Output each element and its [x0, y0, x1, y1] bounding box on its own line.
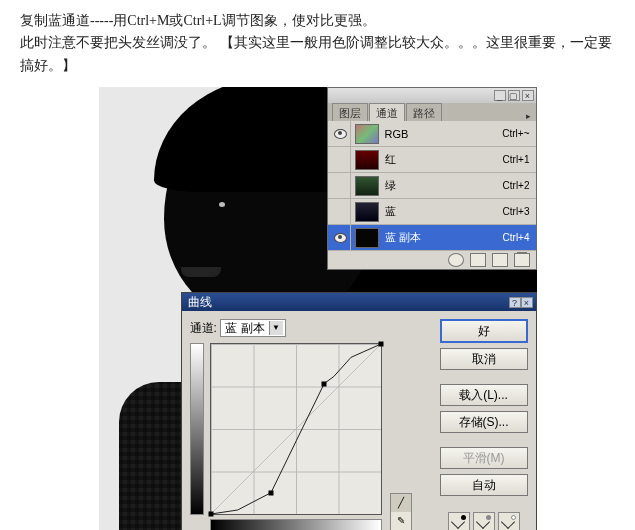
delete-channel-icon[interactable]	[514, 253, 530, 267]
channel-name: 红	[385, 152, 503, 167]
curves-close-icon[interactable]: ×	[521, 297, 533, 308]
cancel-button[interactable]: 取消	[440, 348, 528, 370]
visibility-toggle[interactable]	[332, 173, 351, 198]
channel-name: 绿	[385, 178, 503, 193]
minimize-icon[interactable]: _	[494, 90, 506, 101]
svg-line-0	[211, 344, 381, 514]
channel-thumb	[355, 150, 379, 170]
curves-channel-select[interactable]: 蓝 副本 ▼	[220, 319, 285, 337]
channel-thumb	[355, 228, 379, 248]
eyedropper-group	[440, 512, 528, 530]
visibility-toggle[interactable]	[332, 147, 351, 172]
channel-thumb	[355, 124, 379, 144]
load-channel-as-selection-icon[interactable]	[448, 253, 464, 267]
channel-row[interactable]: 红Ctrl+1	[328, 147, 536, 173]
curve-line	[211, 344, 381, 514]
channel-row[interactable]: 绿Ctrl+2	[328, 173, 536, 199]
curve-pencil-tool-icon[interactable]: ✎	[391, 512, 411, 530]
dock-icon[interactable]: ▢	[508, 90, 520, 101]
curve-control-point[interactable]	[321, 381, 326, 386]
curve-control-point[interactable]	[268, 490, 273, 495]
tab-layers[interactable]: 图层	[332, 103, 368, 121]
curves-channel-value: 蓝 副本	[225, 320, 264, 337]
curves-channel-row: 通道: 蓝 副本 ▼	[190, 319, 432, 337]
new-channel-icon[interactable]	[492, 253, 508, 267]
tutorial-text: 复制蓝通道-----用Ctrl+M或Ctrl+L调节图象，使对比更强。 此时注意…	[20, 10, 615, 77]
channel-shortcut: Ctrl+2	[503, 180, 530, 191]
auto-button[interactable]: 自动	[440, 474, 528, 496]
channel-shortcut: Ctrl+~	[502, 128, 529, 139]
panel-menu-icon[interactable]: ▸	[522, 111, 536, 121]
curves-title: 曲线	[188, 294, 509, 311]
ok-button[interactable]: 好	[440, 319, 528, 343]
visibility-toggle[interactable]	[332, 121, 351, 146]
tutorial-line-2: 此时注意不要把头发丝调没了。 【其实这里一般用色阶调整比较大众。。。这里很重要，…	[20, 32, 615, 77]
channel-name: 蓝	[385, 204, 503, 219]
photoshop-screenshot: _ ▢ × 图层 通道 路径 ▸ RGBCtrl+~红Ctrl+1绿Ctrl+2…	[99, 87, 537, 530]
channel-row[interactable]: 蓝 副本Ctrl+4	[328, 225, 536, 251]
curves-channel-label: 通道:	[190, 321, 217, 335]
channel-shortcut: Ctrl+3	[503, 206, 530, 217]
curve-tool-toggle: ╱ ✎	[390, 493, 412, 530]
tab-channels[interactable]: 通道	[369, 103, 405, 121]
smooth-button: 平滑(M)	[440, 447, 528, 469]
chevron-down-icon[interactable]: ▼	[269, 321, 283, 335]
tutorial-line-1: 复制蓝通道-----用Ctrl+M或Ctrl+L调节图象，使对比更强。	[20, 10, 615, 32]
curve-point-tool-icon[interactable]: ╱	[391, 494, 411, 512]
curves-grid[interactable]	[210, 343, 382, 515]
visibility-toggle[interactable]	[332, 199, 351, 224]
eye-icon	[334, 233, 347, 243]
save-button[interactable]: 存储(S)...	[440, 411, 528, 433]
eye-icon	[334, 129, 347, 139]
channel-row[interactable]: RGBCtrl+~	[328, 121, 536, 147]
channel-thumb	[355, 202, 379, 222]
curves-dialog: 曲线 ? × 通道: 蓝 副本 ▼	[181, 292, 537, 530]
channel-shortcut: Ctrl+1	[503, 154, 530, 165]
channel-shortcut: Ctrl+4	[503, 232, 530, 243]
black-point-eyedropper-icon[interactable]	[448, 512, 470, 530]
curve-control-point[interactable]	[378, 342, 383, 347]
input-gradient	[210, 519, 382, 530]
visibility-toggle[interactable]	[332, 225, 351, 250]
channel-thumb	[355, 176, 379, 196]
curve-control-point[interactable]	[208, 512, 213, 517]
channels-panel: _ ▢ × 图层 通道 路径 ▸ RGBCtrl+~红Ctrl+1绿Ctrl+2…	[327, 87, 537, 270]
white-point-eyedropper-icon[interactable]	[498, 512, 520, 530]
close-icon[interactable]: ×	[522, 90, 534, 101]
gray-point-eyedropper-icon[interactable]	[473, 512, 495, 530]
output-gradient	[190, 343, 204, 515]
save-selection-as-channel-icon[interactable]	[470, 253, 486, 267]
tab-paths[interactable]: 路径	[406, 103, 442, 121]
load-button[interactable]: 载入(L)...	[440, 384, 528, 406]
channel-row[interactable]: 蓝Ctrl+3	[328, 199, 536, 225]
curves-help-icon[interactable]: ?	[509, 297, 521, 308]
panel-tabbar: 图层 通道 路径 ▸	[328, 103, 536, 121]
channel-name: 蓝 副本	[385, 230, 503, 245]
channel-name: RGB	[385, 128, 503, 140]
